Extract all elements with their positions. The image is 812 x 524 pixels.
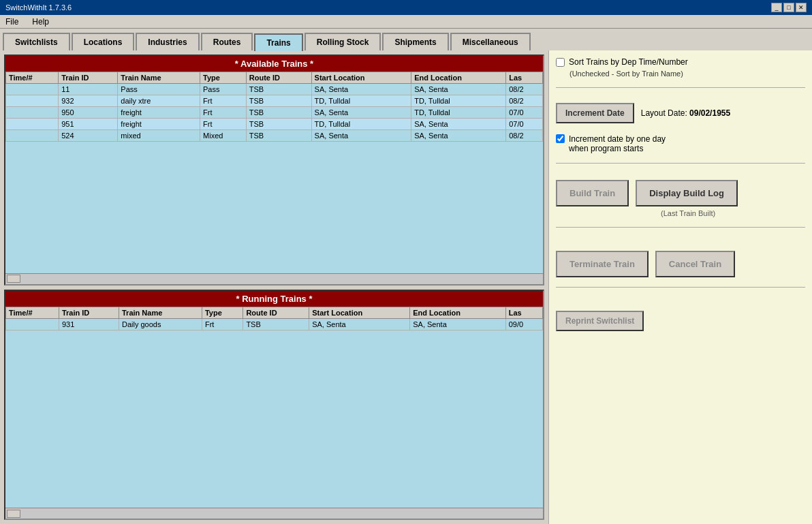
maximize-button[interactable]: □	[783, 3, 794, 12]
cell-id: 932	[59, 95, 118, 107]
sort-sublabel: (Unchecked - Sort by Train Name)	[569, 70, 805, 78]
cell-id: 951	[59, 119, 118, 130]
col-trainid-running: Train ID	[59, 307, 119, 318]
cell-last: 08/2	[506, 95, 543, 107]
cell-time	[6, 119, 59, 130]
cell-name: freight	[118, 119, 200, 130]
display-build-log-button[interactable]: Display Build Log	[636, 180, 738, 206]
build-section: Build Train Display Build Log (Last Trai…	[556, 180, 805, 217]
hscroll-thumb-running[interactable]	[7, 510, 20, 518]
minimize-button[interactable]: _	[771, 3, 782, 12]
cell-id: 931	[59, 318, 119, 330]
col-time-running: Time/#	[6, 307, 59, 318]
tab-trains[interactable]: Trains	[254, 33, 302, 51]
table-row[interactable]: 951 freight Frt TSB TD, Tulldal SA, Sent…	[6, 119, 543, 130]
titlebar: SwitchWithIt 1.7.3.6 _ □ ✕	[0, 0, 812, 15]
available-trains-hscroll[interactable]	[5, 273, 543, 284]
terminate-section: Terminate Train Cancel Train	[556, 251, 805, 277]
last-train-label: (Last Train Built)	[661, 209, 715, 217]
running-trains-hscroll[interactable]	[5, 508, 543, 519]
increment-section: Increment Date Layout Date: 09/02/1955	[556, 103, 805, 123]
increment-on-start-checkbox[interactable]	[556, 134, 565, 143]
menu-help[interactable]: Help	[29, 17, 52, 27]
cell-type: Frt	[202, 318, 243, 330]
table-row[interactable]: 931 Daily goods Frt TSB SA, Senta SA, Se…	[6, 318, 543, 330]
cell-end: SA, Senta	[411, 84, 506, 95]
cell-last: 08/2	[506, 130, 543, 142]
col-time-available: Time/#	[6, 72, 59, 84]
col-last-running: Las	[505, 307, 542, 318]
terminate-train-button[interactable]: Terminate Train	[556, 251, 649, 277]
divider-2	[556, 163, 805, 164]
running-trains-table-wrapper[interactable]: Time/# Train ID Train Name Type Route ID…	[5, 307, 543, 508]
available-trains-table: Time/# Train ID Train Name Type Route ID…	[5, 72, 543, 142]
cell-start: TD, Tulldal	[311, 119, 411, 130]
col-type-available: Type	[200, 72, 247, 84]
tab-switchlists[interactable]: Switchlists	[3, 33, 70, 50]
col-trainname-available: Train Name	[118, 72, 200, 84]
cell-start: SA, Senta	[311, 84, 411, 95]
cell-time	[6, 318, 59, 330]
cell-route: TSB	[246, 107, 311, 119]
col-startloc-available: Start Location	[311, 72, 411, 84]
cell-end: TD, Tulldal	[411, 107, 506, 119]
cell-name: mixed	[118, 130, 200, 142]
cell-id: 524	[59, 130, 118, 142]
cell-start: SA, Senta	[311, 130, 411, 142]
running-trains-header: * Running Trains *	[5, 291, 543, 307]
col-type-running: Type	[202, 307, 243, 318]
divider-1	[556, 87, 805, 88]
tab-locations[interactable]: Locations	[72, 33, 135, 50]
reprint-switchlist-button[interactable]: Reprint Switchlist	[556, 311, 644, 331]
cell-route: TSB	[246, 130, 311, 142]
cell-name: Daily goods	[119, 318, 202, 330]
menubar: File Help	[0, 15, 812, 29]
cell-last: 09/0	[505, 318, 542, 330]
tab-shipments[interactable]: Shipments	[382, 33, 448, 50]
hscroll-thumb-available[interactable]	[7, 275, 20, 283]
cell-end: SA, Senta	[411, 130, 506, 142]
cell-type: Frt	[200, 107, 247, 119]
col-routeid-available: Route ID	[246, 72, 311, 84]
cell-type: Mixed	[200, 130, 247, 142]
table-row[interactable]: 11 Pass Pass TSB SA, Senta SA, Senta 08/…	[6, 84, 543, 95]
cell-last: 08/2	[506, 84, 543, 95]
cell-last: 07/0	[506, 107, 543, 119]
tab-industries[interactable]: Industries	[136, 33, 199, 50]
cell-type: Pass	[200, 84, 247, 95]
right-panel: Sort Trains by Dep Time/Number (Unchecke…	[548, 50, 812, 524]
cell-time	[6, 95, 59, 107]
available-trains-header: * Available Trains *	[5, 56, 543, 72]
divider-4	[556, 287, 805, 288]
cell-start: SA, Senta	[309, 318, 410, 330]
cell-last: 07/0	[506, 119, 543, 130]
app-title: SwitchWithIt 1.7.3.6	[5, 3, 72, 12]
cell-name: Pass	[118, 84, 200, 95]
build-buttons-row: Build Train Display Build Log (Last Trai…	[556, 180, 805, 217]
increment-check-section: Increment date by one day when program s…	[556, 134, 805, 153]
available-trains-table-wrapper[interactable]: Time/# Train ID Train Name Type Route ID…	[5, 72, 543, 273]
table-row[interactable]: 524 mixed Mixed TSB SA, Senta SA, Senta …	[6, 130, 543, 142]
close-button[interactable]: ✕	[796, 3, 807, 12]
table-row[interactable]: 950 freight Frt TSB SA, Senta TD, Tullda…	[6, 107, 543, 119]
running-trains-section: * Running Trains * Time/# Train ID Train…	[4, 290, 544, 521]
tab-miscellaneous[interactable]: Miscellaneous	[450, 33, 531, 50]
sort-section: Sort Trains by Dep Time/Number (Unchecke…	[556, 57, 805, 78]
cell-time	[6, 84, 59, 95]
sort-checkbox[interactable]	[556, 58, 565, 67]
cell-route: TSB	[246, 119, 311, 130]
layout-date-value: 09/02/1955	[689, 108, 730, 118]
tab-rolling-stock[interactable]: Rolling Stock	[304, 33, 381, 50]
cell-route: TSB	[246, 84, 311, 95]
menu-file[interactable]: File	[3, 17, 21, 27]
cell-end: SA, Senta	[411, 119, 506, 130]
cancel-train-button[interactable]: Cancel Train	[655, 251, 735, 277]
titlebar-controls[interactable]: _ □ ✕	[771, 3, 807, 12]
cell-route: TSB	[243, 318, 309, 330]
tab-routes[interactable]: Routes	[201, 33, 253, 50]
table-row[interactable]: 932 daily xtre Frt TSB TD, Tulldal TD, T…	[6, 95, 543, 107]
cell-name: freight	[118, 107, 200, 119]
build-train-button[interactable]: Build Train	[556, 180, 629, 206]
increment-date-button[interactable]: Increment Date	[556, 103, 634, 123]
cell-id: 11	[59, 84, 118, 95]
